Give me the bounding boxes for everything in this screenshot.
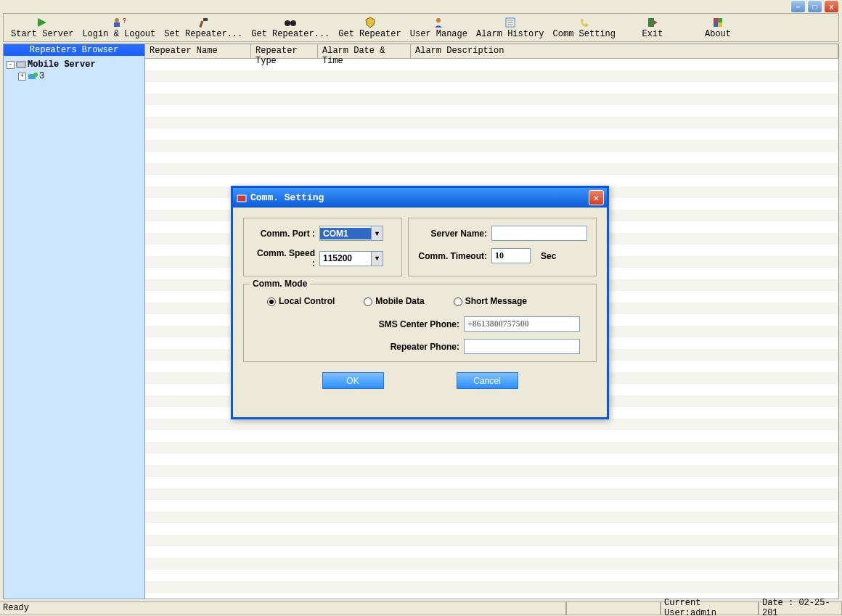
tree-child[interactable]: + 3 — [7, 70, 142, 82]
svg-rect-23 — [237, 195, 246, 202]
comm-speed-label: Comm. Speed : — [253, 248, 315, 268]
comm-timeout-input[interactable] — [491, 248, 531, 263]
play-icon — [36, 16, 49, 29]
toolbar-label: Get Repeater — [338, 29, 401, 39]
comm-port-label: Comm. Port : — [253, 229, 315, 239]
user-manage-button[interactable]: User Manage — [406, 14, 472, 41]
radio-label: Short Message — [465, 296, 527, 306]
svg-marker-15 — [654, 20, 658, 25]
table-header: Repeater Name Repeater Type Alarm Date &… — [145, 44, 838, 59]
shield-icon — [364, 16, 377, 29]
toolbar-label: Exit — [642, 29, 663, 39]
server-icon — [16, 59, 26, 70]
minimize-button[interactable]: – — [790, 0, 806, 13]
toolbar-label: Set Repeater... — [164, 29, 242, 39]
close-button[interactable]: x — [824, 0, 839, 13]
comm-port-panel: Comm. Port : COM1 ▼ Comm. Speed : 115200… — [243, 218, 402, 276]
radio-local-control[interactable]: Local Control — [267, 296, 335, 306]
exit-icon — [646, 16, 659, 29]
toolbar-label: Start Server — [11, 29, 73, 39]
start-server-button[interactable]: Start Server — [7, 14, 78, 41]
col-repeater-type[interactable]: Repeater Type — [251, 44, 318, 59]
maximize-button[interactable]: □ — [807, 0, 822, 13]
main-toolbar: Start Server ? Login & Logout Set Repeat… — [3, 13, 839, 42]
status-empty — [566, 601, 661, 615]
dialog-titlebar[interactable]: Comm. Setting ✕ — [233, 188, 607, 208]
toolbar-label: Alarm History — [476, 29, 544, 39]
svg-rect-14 — [648, 18, 654, 27]
alarm-history-button[interactable]: Alarm History — [472, 14, 549, 41]
radio-icon — [364, 297, 372, 306]
get-repeater-dots-button[interactable]: Get Repeater... — [247, 14, 334, 41]
comm-setting-dialog: Comm. Setting ✕ Comm. Port : COM1 ▼ Comm… — [231, 186, 609, 419]
svg-rect-20 — [17, 62, 25, 67]
col-alarm-datetime[interactable]: Alarm Date & Time — [318, 44, 411, 59]
svg-rect-2 — [114, 22, 120, 27]
comm-speed-value: 115200 — [320, 253, 371, 263]
radio-label: Local Control — [279, 296, 335, 306]
svg-rect-8 — [289, 22, 292, 24]
collapse-icon[interactable]: - — [7, 61, 15, 69]
comm-timeout-label: Comm. Timeout: — [417, 251, 487, 261]
col-alarm-description[interactable]: Alarm Description — [411, 44, 838, 59]
status-ready: Ready — [0, 601, 566, 615]
set-repeater-button[interactable]: Set Repeater... — [160, 14, 247, 41]
ok-button[interactable]: OK — [322, 372, 384, 389]
binoculars-icon — [284, 16, 297, 29]
server-name-input[interactable] — [491, 226, 587, 241]
status-user: Current User:admin — [661, 601, 759, 615]
svg-point-22 — [33, 73, 38, 77]
flag-icon — [711, 16, 724, 29]
radio-icon — [454, 297, 462, 306]
get-repeater-button[interactable]: Get Repeater — [334, 14, 405, 41]
cancel-button[interactable]: Cancel — [457, 372, 518, 389]
login-logout-button[interactable]: ? Login & Logout — [78, 14, 160, 41]
dialog-close-button[interactable]: ✕ — [589, 190, 604, 205]
tree-child-label: 3 — [39, 71, 44, 81]
list-icon — [504, 16, 517, 29]
repeater-phone-label: Repeater Phone: — [271, 342, 459, 352]
sms-center-input — [464, 316, 580, 332]
svg-rect-16 — [714, 18, 718, 22]
col-repeater-name[interactable]: Repeater Name — [145, 44, 251, 59]
about-button[interactable]: About — [685, 14, 751, 41]
svg-rect-4 — [203, 18, 208, 21]
comm-speed-combo[interactable]: 115200 ▼ — [319, 251, 383, 266]
user-icon — [432, 16, 445, 29]
server-panel: Server Name: Comm. Timeout: Sec — [408, 218, 597, 276]
svg-marker-0 — [38, 18, 46, 27]
tree-root[interactable]: - Mobile Server — [7, 59, 142, 70]
comm-mode-fieldset: Comm. Mode Local Control Mobile Data Sho… — [243, 284, 597, 362]
toolbar-label: Get Repeater... — [251, 29, 330, 39]
chevron-down-icon[interactable]: ▼ — [371, 252, 383, 266]
radio-label: Mobile Data — [375, 296, 424, 306]
chevron-down-icon[interactable]: ▼ — [371, 226, 383, 240]
svg-rect-18 — [714, 22, 718, 27]
tree-root-label: Mobile Server — [28, 59, 96, 70]
status-date: Date : 02-25-201 — [759, 601, 842, 615]
radio-mobile-data[interactable]: Mobile Data — [364, 296, 424, 306]
comm-port-combo[interactable]: COM1 ▼ — [319, 226, 383, 241]
toolbar-label: Login & Logout — [82, 29, 155, 39]
sec-label: Sec — [541, 251, 556, 261]
radio-short-message[interactable]: Short Message — [454, 296, 527, 306]
dialog-body: Comm. Port : COM1 ▼ Comm. Speed : 115200… — [233, 208, 607, 399]
window-controls: – □ x — [790, 0, 842, 13]
phone-icon — [578, 16, 591, 29]
toolbar-label: Comm Setting — [553, 29, 616, 39]
svg-text:?: ? — [123, 17, 126, 25]
svg-rect-17 — [718, 18, 722, 22]
sidebar-header: Repeaters Browser — [4, 44, 144, 56]
expand-icon[interactable]: + — [18, 73, 26, 81]
svg-point-1 — [115, 18, 119, 22]
exit-button[interactable]: Exit — [620, 14, 685, 41]
dialog-title: Comm. Setting — [250, 192, 324, 203]
sidebar: Repeaters Browser - Mobile Server + 3 — [3, 44, 145, 599]
tree-view[interactable]: - Mobile Server + 3 — [4, 56, 144, 599]
people-icon: ? — [113, 16, 126, 29]
svg-point-9 — [436, 18, 441, 22]
server-name-label: Server Name: — [417, 229, 487, 239]
dialog-icon — [236, 192, 248, 204]
toolbar-label: About — [705, 29, 731, 39]
comm-setting-button[interactable]: Comm Setting — [549, 14, 620, 41]
